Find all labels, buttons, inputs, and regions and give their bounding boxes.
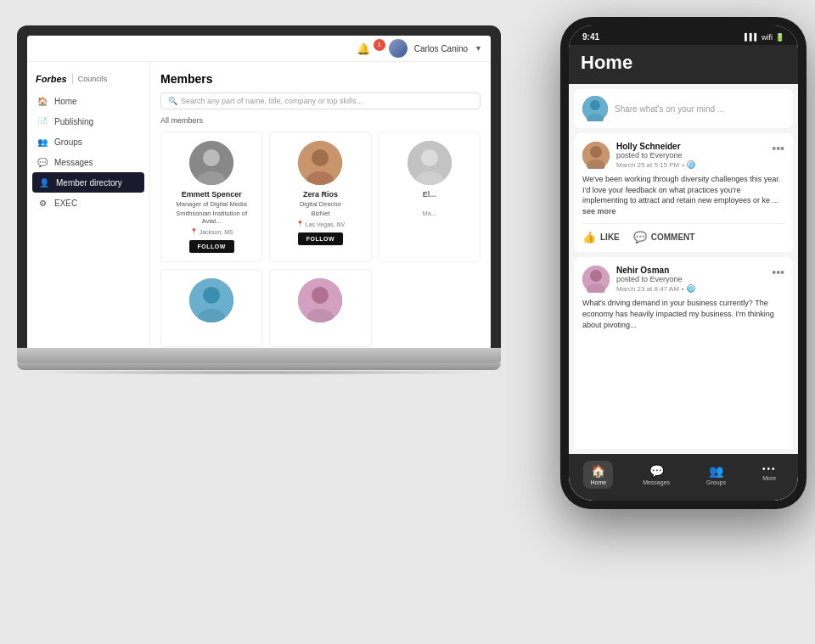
avatar <box>189 141 233 185</box>
sidebar: Forbes Councils 🏠 Home 📄 Publishing 👥 <box>27 62 150 348</box>
page-title: Home <box>581 52 786 74</box>
laptop-shadow <box>21 370 497 375</box>
nav-label: Messages <box>643 479 670 485</box>
brand-divider <box>72 74 73 84</box>
sidebar-item-label: EXEC <box>54 199 77 208</box>
sidebar-item-label: Home <box>54 97 77 106</box>
laptop-foot <box>17 363 501 370</box>
svg-point-1 <box>203 149 220 166</box>
post-body: What's driving demand in your business c… <box>582 298 784 330</box>
comment-button[interactable]: 💬 COMMENT <box>633 231 695 244</box>
bell-icon: 🔔 <box>357 42 370 55</box>
member-company: Smithsonian Institution of Aviat... <box>168 210 255 225</box>
post-card-partial: Nehir Osman posted to Everyone March 23 … <box>574 257 793 449</box>
post-meta: March 25 at 5:15 PM • 🌐 <box>616 160 695 169</box>
avatar <box>389 39 408 58</box>
post-header: Nehir Osman posted to Everyone March 23 … <box>582 266 784 293</box>
member-directory-icon: 👤 <box>39 177 49 188</box>
comment-icon: 💬 <box>633 231 647 244</box>
see-more-link[interactable]: see more <box>582 207 616 216</box>
member-location: 📍 Las Vegas, NV <box>296 221 345 227</box>
post-date: March 25 at 5:15 PM <box>616 161 679 169</box>
groups-icon: 👥 <box>37 137 48 147</box>
search-placeholder: Search any part of name, title, company … <box>181 97 363 105</box>
member-location <box>429 221 430 227</box>
sidebar-item-exec[interactable]: ⚙ EXEC <box>27 193 149 213</box>
post-meta: March 23 at 8:47 AM • 🌐 <box>616 284 695 293</box>
nav-item-groups[interactable]: 👥 Groups <box>700 461 733 489</box>
post-posted-to: posted to Everyone <box>616 275 695 283</box>
status-time: 9:41 <box>582 32 599 42</box>
nav-item-home[interactable]: 🏠 Home <box>583 461 613 489</box>
more-icon: ••• <box>762 464 777 473</box>
post-date: March 23 at 8:47 AM <box>616 285 679 293</box>
status-icons: ▌▌▌ wifi 🔋 <box>745 33 784 42</box>
location-icon: 📍 <box>296 221 304 227</box>
member-location: 📍 Jackson, MS <box>190 228 233 235</box>
like-button[interactable]: 👍 LIKE <box>582 231 620 244</box>
avatar <box>582 142 610 169</box>
avatar <box>189 278 233 322</box>
svg-point-22 <box>590 270 602 282</box>
notification-badge: 1 <box>374 39 385 51</box>
like-label: LIKE <box>600 232 620 242</box>
laptop-main: Forbes Councils 🏠 Home 📄 Publishing 👥 <box>27 62 491 348</box>
search-bar[interactable]: 🔍 Search any part of name, title, compan… <box>160 92 481 109</box>
member-card: El... Ma... <box>379 132 481 262</box>
phone-device: 9:41 ▌▌▌ wifi 🔋 Home <box>560 17 807 509</box>
location-icon: 📍 <box>190 228 198 235</box>
sidebar-item-publishing[interactable]: 📄 Publishing <box>27 111 149 132</box>
brand-logo: Forbes Councils <box>27 69 149 91</box>
member-company: BizNet <box>311 210 329 217</box>
post-user-name: Holly Schneider <box>616 142 695 151</box>
member-role: Manager of Digital Media <box>176 200 246 208</box>
brand-suffix: Councils <box>78 75 108 83</box>
wifi-icon: wifi <box>762 33 773 42</box>
post-body: We've been working through diversity cha… <box>582 174 784 216</box>
follow-button[interactable]: FOLLOW <box>189 240 234 253</box>
more-options-icon[interactable]: ••• <box>772 142 784 155</box>
sidebar-item-home[interactable]: 🏠 Home <box>27 91 149 111</box>
laptop-topbar: 🔔 1 Carlos Canino ▼ <box>27 36 491 62</box>
avatar <box>298 278 342 322</box>
nav-item-more[interactable]: ••• More <box>756 461 784 489</box>
sidebar-item-label: Member directory <box>56 178 122 188</box>
svg-point-19 <box>590 146 602 158</box>
member-name: Zera Rios <box>303 190 338 199</box>
sidebar-item-messages[interactable]: 💬 Messages <box>27 152 149 172</box>
bottom-nav: 🏠 Home 💬 Messages 👥 Groups ••• More <box>569 454 798 501</box>
members-grid: Emmett Spencer Manager of Digital Media … <box>160 132 481 347</box>
svg-point-10 <box>203 287 220 304</box>
post-header: Holly Schneider posted to Everyone March… <box>582 142 784 169</box>
chevron-down-icon: ▼ <box>475 44 482 53</box>
laptop-screen-inner: 🔔 1 Carlos Canino ▼ Forbes Councils <box>27 36 491 348</box>
more-options-icon[interactable]: ••• <box>772 266 784 279</box>
sidebar-item-groups[interactable]: 👥 Groups <box>27 132 149 152</box>
laptop-base <box>17 348 501 363</box>
globe-icon: 🌐 <box>687 160 695 169</box>
member-role <box>429 200 430 208</box>
member-company: Ma... <box>422 210 436 217</box>
post-posted-to: posted to Everyone <box>616 151 695 160</box>
svg-point-4 <box>312 149 329 166</box>
member-card <box>269 269 371 347</box>
sidebar-item-member-directory[interactable]: 👤 Member directory <box>32 172 144 193</box>
battery-icon: 🔋 <box>775 33 784 42</box>
members-content: Members 🔍 Search any part of name, title… <box>150 62 491 348</box>
members-title: Members <box>160 72 481 86</box>
nav-item-messages[interactable]: 💬 Messages <box>636 461 677 489</box>
member-name <box>319 328 322 336</box>
share-box[interactable]: Share what's on your mind ... <box>574 89 793 128</box>
follow-button[interactable]: FOLLOW <box>298 232 343 245</box>
sidebar-item-label: Messages <box>54 158 93 167</box>
avatar <box>582 96 608 121</box>
member-card: Zera Rios Digital Director BizNet 📍 Las … <box>269 132 371 262</box>
brand-name: Forbes <box>36 74 67 84</box>
nav-label: Groups <box>706 479 726 485</box>
notification-area[interactable]: 🔔 1 <box>357 42 382 55</box>
phone-screen: 9:41 ▌▌▌ wifi 🔋 Home <box>569 25 798 501</box>
svg-point-13 <box>312 287 329 304</box>
nav-label: Home <box>590 479 606 485</box>
share-placeholder: Share what's on your mind ... <box>615 104 784 114</box>
avatar <box>582 266 610 293</box>
